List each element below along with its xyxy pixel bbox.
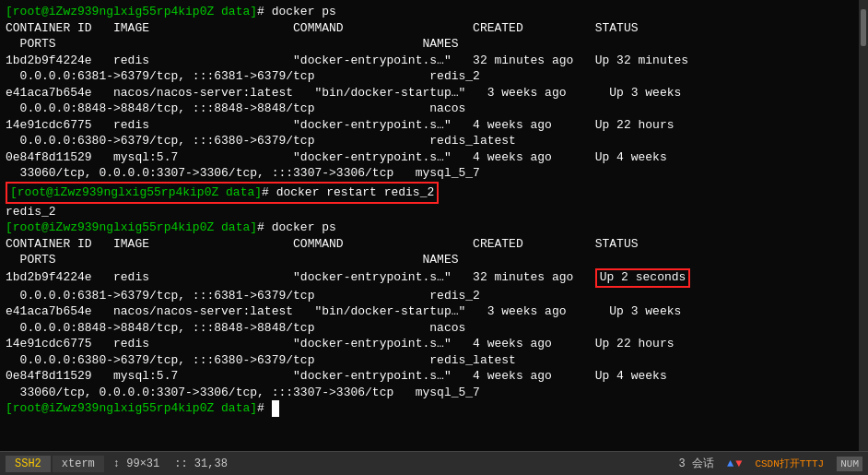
- status-size: ↕ 99×31: [106, 457, 167, 470]
- line-25-prompt: [root@iZwz939nglxig55rp4kip0Z data]#: [6, 400, 853, 417]
- csdn-label: CSDN打开TTTJ: [755, 457, 824, 470]
- line-13: redis_2: [6, 204, 853, 220]
- line-2-header: CONTAINER ID IMAGE COMMAND CREATED STATU…: [6, 20, 853, 37]
- line-3-header: PORTS NAMES: [6, 36, 853, 53]
- line-12-cmd: [root@iZwz939nglxig55rp4kip0Z data]# doc…: [6, 182, 853, 204]
- line-10: 0e84f8d11529 mysql:5.7 "docker-entrypoin…: [6, 149, 853, 166]
- terminal-window[interactable]: [root@iZwz939nglxig55rp4kip0Z data]# doc…: [0, 0, 868, 451]
- terminal-content: [root@iZwz939nglxig55rp4kip0Z data]# doc…: [0, 0, 859, 451]
- scrollbar-thumb[interactable]: [861, 9, 866, 46]
- line-22: 0.0.0.0:6380->6379/tcp, :::6380->6379/tc…: [6, 352, 853, 369]
- line-17: 1bd2b9f4224e redis "docker-entrypoint.s……: [6, 268, 853, 288]
- size-label: ↕ 99×31: [113, 457, 159, 470]
- line-7: 0.0.0.0:8848->8848/tcp, :::8848->8848/tc…: [6, 101, 853, 117]
- line-9: 0.0.0.0:6380->6379/tcp, :::6380->6379/tc…: [6, 133, 853, 149]
- num-label: NUM: [840, 458, 859, 469]
- scrollbar[interactable]: [859, 0, 868, 451]
- status-pos: :: 31,38: [167, 457, 235, 470]
- line-23: 0e84f8d11529 mysql:5.7 "docker-entrypoin…: [6, 368, 853, 385]
- line-8: 14e91cdc6775 redis "docker-entrypoint.s……: [6, 117, 853, 134]
- line-16-header: PORTS NAMES: [6, 252, 853, 268]
- status-csdn: CSDN打开TTTJ: [747, 457, 831, 470]
- line-4: 1bd2b9f4224e redis "docker-entrypoint.s……: [6, 53, 853, 69]
- status-sessions: 3 会话: [672, 456, 721, 471]
- pos-label: :: 31,38: [174, 457, 228, 470]
- line-18: 0.0.0.0:6381->6379/tcp, :::6381->6379/tc…: [6, 288, 853, 304]
- xterm-label: xterm: [62, 457, 95, 470]
- status-up-2-seconds: Up 2 seconds: [595, 268, 691, 288]
- line-24: 33060/tcp, 0.0.0.0:3307->3306/tcp, :::33…: [6, 385, 853, 401]
- line-11: 33060/tcp, 0.0.0.0:3307->3306/tcp, :::33…: [6, 165, 853, 182]
- line-6: e41aca7b654e nacos/nacos-server:latest "…: [6, 85, 853, 101]
- line-14: [root@iZwz939nglxig55rp4kip0Z data]# doc…: [6, 220, 853, 236]
- down-arrow-icon: ▼: [735, 457, 742, 470]
- status-num: NUM: [837, 457, 862, 471]
- line-19: e41aca7b654e nacos/nacos-server:latest "…: [6, 303, 853, 320]
- ssh2-label: SSH2: [15, 457, 41, 470]
- line-5: 0.0.0.0:6381->6379/tcp, :::6381->6379/tc…: [6, 68, 853, 85]
- status-xterm: xterm: [53, 456, 104, 472]
- up-arrow-icon: ▲: [727, 457, 733, 470]
- status-arrows: ▲ ▼: [727, 457, 742, 470]
- status-ssh2: SSH2: [6, 456, 51, 472]
- status-bar: SSH2 xterm ↕ 99×31 :: 31,38 3 会话 ▲ ▼ CSD…: [0, 451, 868, 475]
- line-20: 0.0.0.0:8848->8848/tcp, :::8848->8848/tc…: [6, 320, 853, 337]
- line-15-header: CONTAINER ID IMAGE COMMAND CREATED STATU…: [6, 236, 853, 253]
- line-21: 14e91cdc6775 redis "docker-entrypoint.s……: [6, 336, 853, 352]
- line-1: [root@iZwz939nglxig55rp4kip0Z data]# doc…: [6, 4, 853, 20]
- sessions-label: 3 会话: [679, 456, 714, 471]
